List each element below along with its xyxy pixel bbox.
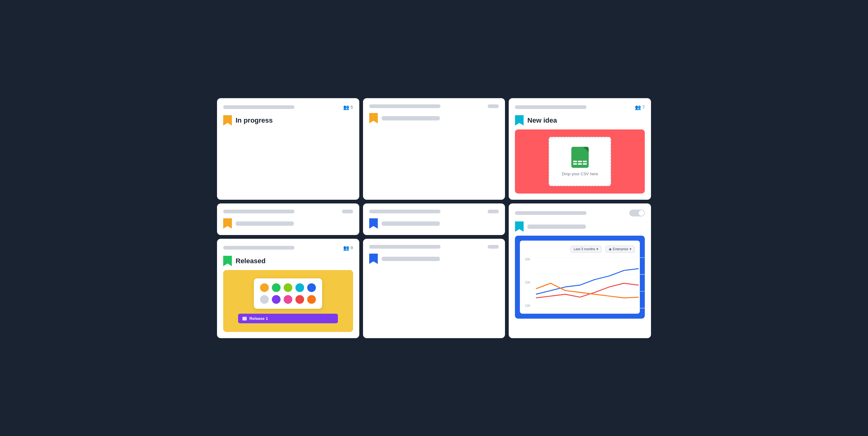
chart-y-axis: 300 200 100 — [525, 258, 533, 309]
filter-segment-label: Enterprise — [613, 247, 628, 251]
color-dot-orange[interactable] — [307, 295, 316, 304]
chart-filters: Last 3 months ▾ ◉ Enterprise ▾ — [525, 245, 635, 253]
y-label-300: 300 — [525, 258, 533, 261]
card-header — [223, 210, 353, 213]
card-in-progress: 👥 5 In progress — [217, 98, 359, 200]
card-label: In progress — [236, 116, 273, 125]
color-dot-lime[interactable] — [284, 283, 292, 292]
card-meta-pill — [342, 210, 353, 213]
release-bar[interactable]: Release 1 — [238, 314, 338, 323]
toggle-circle — [639, 210, 644, 216]
card-header — [369, 245, 499, 249]
bookmark-green — [223, 256, 232, 266]
card-title-bar — [515, 105, 586, 109]
people-icon: 👥 — [635, 104, 641, 110]
release-bar-label: Release 1 — [249, 316, 268, 321]
card-label-bar — [236, 222, 294, 226]
bookmark-blue — [369, 218, 378, 229]
color-row-1 — [260, 283, 316, 292]
color-picker-panel — [254, 278, 322, 309]
card-meta: 👥 7 — [635, 104, 645, 110]
filter-segment[interactable]: ◉ Enterprise ▾ — [606, 245, 635, 253]
card-meta: 👥 9 — [343, 245, 353, 251]
card-label: New idea — [527, 116, 557, 125]
card-content — [369, 113, 499, 124]
card-content — [369, 218, 499, 229]
card-title-bar — [223, 210, 294, 213]
card-header: 👥 9 — [223, 245, 353, 251]
color-dot-gray[interactable] — [260, 295, 269, 304]
card-header: 👥 7 — [515, 104, 645, 110]
chart-panel: Last 3 months ▾ ◉ Enterprise ▾ 300 200 1… — [520, 241, 640, 314]
bookmark-teal — [515, 115, 524, 126]
chevron-icon: ▾ — [596, 247, 598, 251]
card-meta: 👥 5 — [343, 104, 353, 110]
color-dot-green[interactable] — [272, 283, 281, 292]
card-content: New idea — [515, 115, 645, 126]
filter-time[interactable]: Last 3 months ▾ — [570, 245, 602, 253]
card-header — [369, 104, 499, 108]
release-flag-icon — [242, 317, 247, 321]
card-content: Released — [223, 256, 353, 266]
card-meta-pill — [488, 210, 499, 213]
people-icon: 👥 — [343, 245, 349, 251]
card-content — [223, 218, 353, 229]
bookmark-yellow — [223, 115, 232, 126]
bookmark-yellow — [369, 113, 378, 124]
bookmark-teal — [515, 222, 524, 232]
chevron-icon: ▾ — [630, 247, 631, 251]
card-placeholder-2 — [217, 203, 359, 235]
people-icon: 👥 — [343, 104, 349, 110]
card-label-bar — [382, 116, 440, 121]
y-label-100: 100 — [525, 304, 533, 307]
card-chart: Last 3 months ▾ ◉ Enterprise ▾ 300 200 1… — [509, 203, 651, 338]
card-content — [515, 222, 645, 232]
card-label-bar — [527, 225, 586, 229]
chart-svg — [536, 258, 646, 309]
color-dot-yellow[interactable] — [260, 283, 269, 292]
card-title-bar — [223, 105, 294, 109]
color-dot-teal[interactable] — [296, 283, 304, 292]
color-dot-purple[interactable] — [272, 295, 281, 304]
card-label: Released — [236, 257, 266, 265]
card-content: In progress — [223, 115, 353, 126]
meta-count: 5 — [351, 105, 353, 110]
card-released: 👥 9 Released — [217, 239, 359, 338]
main-grid: 👥 5 In progress 👥 7 Ne — [217, 98, 651, 338]
card-title-bar — [369, 104, 440, 108]
card-new-idea: 👥 7 New idea — [509, 98, 651, 200]
bookmark-yellow — [223, 218, 232, 229]
color-row-2 — [260, 295, 316, 304]
card-meta-pill — [488, 245, 499, 249]
card-meta-pill — [488, 104, 499, 108]
card-placeholder-3 — [363, 203, 505, 235]
card-placeholder-1 — [363, 98, 505, 200]
chart-background: Last 3 months ▾ ◉ Enterprise ▾ 300 200 1… — [515, 236, 645, 319]
card-label-bar — [382, 257, 440, 261]
card-placeholder-4 — [363, 239, 505, 338]
card-title-bar — [223, 246, 294, 249]
color-dot-pink[interactable] — [284, 295, 292, 304]
drop-text: Drop your CSV here — [562, 172, 598, 176]
card-label-bar — [382, 222, 440, 226]
drop-zone[interactable]: Drop your CSV here — [515, 129, 645, 194]
segment-icon: ◉ — [609, 247, 612, 251]
color-dot-blue[interactable] — [307, 283, 316, 292]
meta-count: 9 — [351, 245, 353, 250]
y-label-200: 200 — [525, 281, 533, 284]
color-dot-red[interactable] — [296, 295, 304, 304]
chart-area: 300 200 100 — [525, 258, 635, 309]
card-header — [515, 210, 645, 216]
card-header — [369, 210, 499, 213]
card-title-bar — [515, 211, 586, 215]
filter-time-label: Last 3 months — [574, 247, 595, 251]
bookmark-blue — [369, 254, 378, 264]
card-title-bar — [369, 245, 440, 249]
sheets-icon — [571, 147, 589, 168]
toggle-switch[interactable] — [629, 210, 645, 216]
card-title-bar — [369, 210, 440, 213]
card-header: 👥 5 — [223, 104, 353, 110]
card-content — [369, 254, 499, 264]
meta-count: 7 — [642, 105, 645, 110]
color-picker-background: Release 1 — [223, 270, 353, 332]
